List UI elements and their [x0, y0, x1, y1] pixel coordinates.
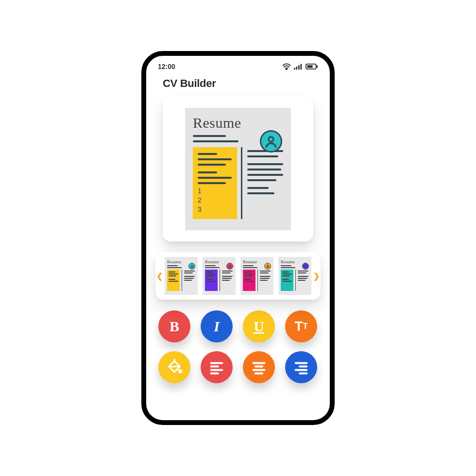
svg-rect-7	[317, 65, 318, 68]
template-thumb[interactable]: Resume	[240, 257, 273, 295]
align-right-icon	[293, 359, 309, 375]
format-toolbar: B I U TT	[158, 310, 318, 383]
align-left-icon	[208, 359, 225, 375]
bold-button[interactable]: B	[158, 310, 190, 342]
text-size-button[interactable]: TT	[285, 310, 317, 342]
app-title: CV Builder	[163, 77, 322, 90]
resume-preview-card[interactable]: Resume 1 2 3	[163, 97, 313, 241]
battery-icon	[306, 63, 318, 70]
resume-document: Resume 1 2 3	[185, 108, 291, 230]
fill-color-button[interactable]	[158, 351, 190, 383]
status-bar: 12:00	[154, 63, 322, 72]
wifi-icon	[282, 63, 291, 70]
svg-point-13	[179, 370, 182, 373]
resume-right-column	[247, 147, 283, 219]
chevron-left-icon[interactable]: ❮	[156, 272, 163, 281]
text-line	[193, 135, 226, 137]
paint-bucket-icon	[166, 359, 183, 375]
italic-button[interactable]: I	[201, 310, 233, 342]
phone-frame: 12:00 CV Builder Resume	[141, 51, 335, 425]
status-icons	[282, 63, 318, 70]
template-carousel: ❮ Resume Resume	[155, 252, 321, 300]
svg-point-8	[269, 137, 273, 142]
align-center-icon	[251, 359, 267, 375]
align-right-button[interactable]	[285, 351, 317, 383]
status-time: 12:00	[158, 63, 175, 70]
signal-icon	[294, 63, 303, 70]
template-thumb[interactable]: Resume	[278, 257, 311, 295]
text-line	[193, 140, 238, 142]
template-thumb[interactable]: Resume	[165, 257, 198, 295]
svg-point-11	[267, 265, 269, 266]
template-thumb[interactable]: Resume	[203, 257, 236, 295]
svg-rect-2	[296, 67, 298, 69]
svg-point-0	[286, 69, 287, 70]
resume-left-column: 1 2 3	[193, 147, 237, 219]
svg-point-12	[305, 265, 306, 266]
resume-title: Resume	[193, 115, 283, 131]
template-thumbs: Resume Resume	[165, 257, 311, 295]
resume-number-list: 1 2 3	[198, 187, 202, 214]
underline-button[interactable]: U	[243, 310, 275, 342]
avatar-icon	[260, 130, 282, 153]
svg-rect-4	[301, 64, 302, 70]
svg-rect-3	[298, 65, 300, 69]
column-divider	[241, 147, 242, 219]
svg-rect-6	[307, 65, 312, 68]
svg-rect-1	[294, 68, 295, 70]
align-left-button[interactable]	[201, 351, 233, 383]
align-center-button[interactable]	[243, 351, 275, 383]
chevron-right-icon[interactable]: ❯	[313, 272, 320, 281]
svg-point-10	[229, 265, 231, 266]
svg-point-9	[191, 265, 193, 266]
